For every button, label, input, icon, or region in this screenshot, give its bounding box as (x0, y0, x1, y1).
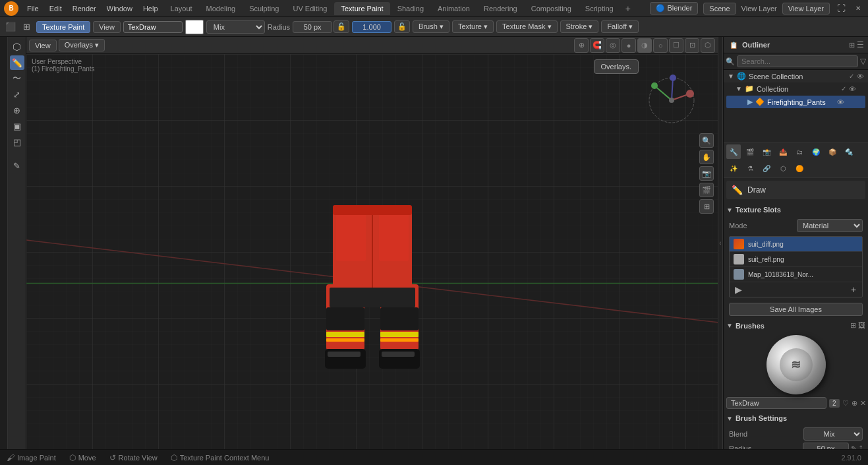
radius-input[interactable]: 50 px (293, 21, 332, 33)
strength-input[interactable]: 1.000 (352, 21, 391, 33)
viewport-canvas[interactable]: User Perspective (1) Firefighting_Pants … (26, 54, 718, 449)
constraint-props-icon[interactable]: 🔗 (759, 161, 774, 175)
object-props-icon[interactable]: 📦 (825, 144, 840, 159)
texture-mask-btn[interactable]: Texture Mask ▾ (496, 20, 557, 33)
pan-icon[interactable]: ✋ (699, 150, 714, 164)
add-workspace-btn[interactable]: + (621, 2, 635, 15)
output-props-icon[interactable]: 📤 (776, 144, 790, 159)
strength-lock-icon[interactable]: 🔓 (394, 20, 410, 33)
falloff-btn[interactable]: Falloff ▾ (601, 20, 639, 33)
viewport-view-menu[interactable]: View (29, 40, 57, 51)
viewport-gizmo-icon[interactable]: ⊕ (574, 38, 589, 53)
brush-delete-icon[interactable]: ✕ (860, 397, 866, 409)
texture-paint-mode-btn[interactable]: Texture Paint (36, 21, 90, 33)
texture-item-1[interactable]: suit_refl.png (730, 252, 862, 267)
brush-btn[interactable]: Brush ▾ (413, 20, 449, 33)
view-layer-props-icon[interactable]: 🗂 (792, 144, 807, 159)
viewport-snap-icon[interactable]: 🧲 (590, 38, 604, 53)
data-props-icon[interactable]: ⬡ (776, 161, 790, 175)
outliner-filter-icon[interactable]: ▽ (860, 57, 866, 66)
brush-name-input[interactable]: TexDraw (123, 21, 183, 33)
zoom-in-icon[interactable]: 🔍 (699, 133, 714, 148)
tab-modeling[interactable]: Modeling (200, 2, 243, 15)
scene-collection-eye[interactable]: 👁 (857, 73, 864, 80)
panel-collapse-arrow[interactable]: ‹ (718, 37, 723, 449)
scene-collection-check[interactable]: ✓ (849, 73, 854, 80)
physics-props-icon[interactable]: ⚗ (743, 161, 757, 175)
select-tool-icon[interactable]: ⬡ (10, 40, 24, 54)
texture-expand-btn[interactable]: ▶ (732, 284, 744, 295)
menu-file[interactable]: File (22, 3, 43, 14)
outliner-filter-btn[interactable]: ⊞ (849, 41, 855, 49)
menu-help[interactable]: Help (138, 3, 163, 14)
tab-animation[interactable]: Animation (431, 2, 477, 15)
tab-compositing[interactable]: Compositing (525, 2, 578, 15)
brush-radius-input[interactable]: 50 px (803, 443, 849, 449)
brush-color-swatch[interactable] (185, 20, 204, 34)
texture-slots-arrow[interactable]: ▼ (726, 206, 733, 214)
radius-lock-icon[interactable]: 🔓 (333, 20, 349, 33)
fullscreen-icon[interactable]: ⛶ (835, 3, 847, 15)
grid-view-icon[interactable]: ⊞ (699, 199, 714, 214)
blend-select[interactable]: Mix Add (803, 427, 863, 441)
viewport-shading-wire[interactable]: ☐ (669, 38, 683, 53)
clone-tool-icon[interactable]: ⊕ (10, 103, 24, 117)
save-all-images-btn[interactable]: Save All Images (729, 303, 863, 316)
tab-layout[interactable]: Layout (164, 2, 199, 15)
brush-duplicate-icon[interactable]: ⊕ (852, 397, 857, 409)
scene-props-icon[interactable]: 🎬 (743, 144, 757, 159)
viewport-shading-render[interactable]: ○ (653, 38, 668, 53)
render-props-icon[interactable]: 📸 (759, 144, 774, 159)
world-props-icon[interactable]: 🌍 (809, 144, 823, 159)
tab-shading[interactable]: Shading (391, 2, 430, 15)
brush-favorite-icon[interactable]: ♡ (842, 397, 849, 409)
view-btn[interactable]: View (93, 21, 121, 33)
brushes-header[interactable]: ▼ Brushes ⊞ 🖼 (726, 319, 865, 332)
texture-btn[interactable]: Texture ▾ (452, 20, 494, 33)
soften-tool-icon[interactable]: 〜 (10, 71, 24, 86)
tab-uv-editing[interactable]: UV Editing (286, 2, 333, 15)
draw-tool-icon[interactable]: ✏️ (10, 55, 24, 70)
outliner-search-input[interactable] (737, 55, 858, 67)
scene-selector[interactable]: Scene (703, 3, 736, 15)
brush-name-field[interactable] (726, 397, 826, 409)
camera-icon[interactable]: 📷 (699, 166, 714, 181)
outliner-settings-btn[interactable]: ☰ (857, 40, 864, 49)
stroke-btn[interactable]: Stroke ▾ (560, 20, 599, 33)
close-window-icon[interactable]: ✕ (852, 3, 864, 15)
snap-icon[interactable]: ⊞ (19, 20, 34, 34)
texture-slots-header[interactable]: ▼ Texture Slots (726, 203, 865, 216)
brushes-preview-icon[interactable]: 🖼 (858, 321, 865, 330)
viewport-shading-material[interactable]: ◑ (637, 38, 652, 53)
mix-mode-select[interactable]: Mix Add Subtract (206, 20, 265, 34)
mode-select[interactable]: Material Single Image (797, 219, 863, 232)
smear-tool-icon[interactable]: ⤢ (10, 87, 24, 102)
menu-edit[interactable]: Edit (45, 3, 67, 14)
collection-eye[interactable]: 👁 (849, 85, 856, 93)
object-eye[interactable]: 👁 (837, 98, 844, 106)
render-view-icon[interactable]: 🎬 (699, 183, 714, 197)
brush-settings-header[interactable]: ▼ Brush Settings (726, 412, 865, 425)
scene-collection-item[interactable]: ▼ 🌐 Scene Collection ✓ 👁 (724, 70, 868, 82)
radius-edit-icon[interactable]: ✎ (851, 445, 857, 450)
viewport-overlay-toggle[interactable]: ⊡ (685, 38, 699, 53)
firefighting-pants-item[interactable]: ▶ 🔶 Firefighting_Pants 👁 (726, 96, 865, 108)
modifier-props-icon[interactable]: 🔩 (842, 144, 856, 159)
tab-scripting[interactable]: Scripting (579, 2, 620, 15)
tab-rendering[interactable]: Rendering (477, 2, 524, 15)
mask-tool-icon[interactable]: ◰ (10, 135, 24, 149)
brush-settings-arrow[interactable]: ▼ (726, 415, 733, 422)
viewport-proportional-icon[interactable]: ◎ (606, 38, 620, 53)
texture-item-2[interactable]: Map_10183618_Nor... (730, 267, 862, 282)
brushes-arrow[interactable]: ▼ (726, 322, 733, 329)
tab-sculpting[interactable]: Sculpting (243, 2, 285, 15)
texture-item-0[interactable]: suit_diff.png (730, 237, 862, 252)
active-tool-icon[interactable]: 🔧 (726, 144, 741, 159)
collection-item[interactable]: ▼ 📁 Collection ✓ 👁 (724, 82, 868, 95)
viewport-overlays-btn[interactable]: Overlays ▾ (59, 39, 105, 51)
blender-logo[interactable]: B (4, 1, 18, 16)
overlays-popup-btn[interactable]: Overlays. (594, 59, 639, 74)
collection-check[interactable]: ✓ (841, 85, 846, 92)
radius-pressure-icon[interactable]: ⤴ (859, 445, 863, 449)
menu-render[interactable]: Render (68, 3, 101, 14)
